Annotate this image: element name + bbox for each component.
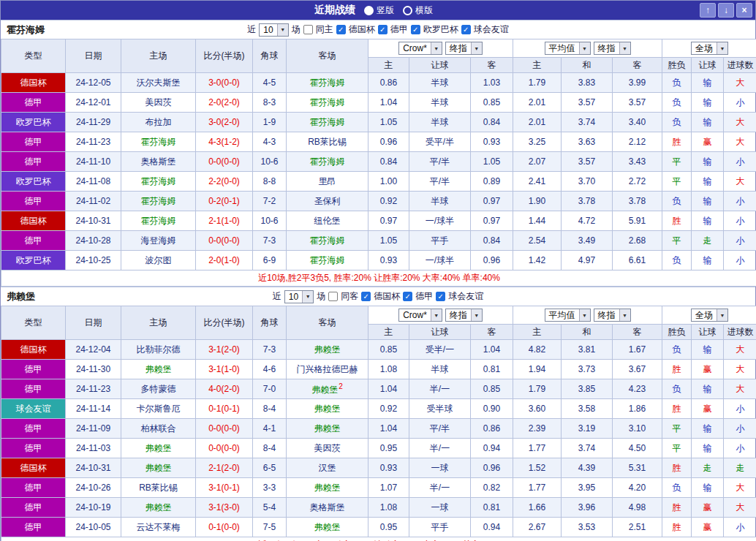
competition-checkbox[interactable]: ✓ — [461, 25, 471, 34]
competition-type-badge: 德甲 — [1, 478, 66, 498]
odds-kind-select[interactable]: 终指▼ — [445, 42, 483, 55]
match-row: 德甲24-10-05云达不莱梅0-1(0-0)7-5弗赖堡0.95平手0.942… — [1, 518, 756, 537]
same-venue-checkbox[interactable] — [328, 292, 338, 301]
average-kind-select[interactable]: 终指▼ — [594, 309, 631, 322]
match-row: 欧罗巴杯24-10-25波尔图2-0(1-0)6-9霍芬海姆0.93一/球半0.… — [1, 251, 756, 270]
result-wdl-cell: 胜 — [662, 518, 692, 537]
avg-away-cell: 4.20 — [613, 478, 662, 498]
handicap-cell: 一球 — [409, 458, 471, 478]
avg-away-cell: 2.68 — [613, 231, 662, 251]
view-option-horizontal[interactable]: 横版 — [403, 4, 433, 17]
home-team-cell: 奥格斯堡 — [121, 152, 196, 172]
scroll-up-button[interactable]: ↑ — [700, 3, 716, 18]
odds-home-cell: 1.05 — [368, 113, 409, 132]
handicap-cell: 半/一 — [409, 478, 471, 498]
avg-draw-cell: 3.96 — [562, 498, 613, 518]
average-kind-select[interactable]: 终指▼ — [594, 42, 631, 55]
result-goals-cell: 小 — [724, 518, 756, 537]
avg-home-cell: 1.42 — [513, 251, 562, 270]
competition-type-badge: 德甲 — [1, 152, 66, 172]
away-team-cell: 霍芬海姆 — [287, 152, 368, 172]
column-subheader: 主 — [513, 58, 562, 73]
scroll-down-button[interactable]: ↓ — [718, 3, 734, 18]
odds-kind-select[interactable]: 终指▼ — [445, 309, 483, 322]
competition-checkbox[interactable]: ✓ — [436, 292, 445, 301]
result-handicap-cell: 输 — [692, 152, 724, 172]
column-header: 角球 — [253, 306, 287, 340]
avg-home-cell: 1.79 — [513, 379, 562, 399]
odds-home-cell: 0.95 — [368, 518, 409, 537]
view-option-vertical[interactable]: 竖版 — [364, 4, 394, 17]
score-cell: 3-1(0-1) — [196, 478, 253, 498]
competition-checkbox[interactable]: ✓ — [378, 25, 388, 34]
column-subheader: 胜负 — [662, 58, 692, 73]
odds-provider-select[interactable]: Crow*▼ — [398, 42, 442, 55]
chevron-down-icon: ▼ — [717, 42, 727, 54]
result-handicap-cell: 赢 — [692, 399, 724, 419]
result-wdl-cell: 负 — [662, 379, 692, 399]
column-header: 比分(半场) — [196, 306, 253, 340]
column-subheader: 让球 — [409, 58, 471, 73]
column-header: 客场 — [287, 306, 368, 340]
result-handicap-cell: 走 — [692, 458, 724, 478]
result-wdl-cell: 胜 — [662, 399, 692, 419]
header-select-cell: 平均值▼终指▼ — [513, 39, 662, 58]
recent-count-select[interactable]: 10▼ — [259, 23, 288, 37]
competition-label: 球会友谊 — [474, 23, 509, 36]
result-handicap-cell: 输 — [692, 192, 724, 211]
result-wdl-cell: 胜 — [662, 458, 692, 478]
away-team-cell: 弗赖堡 — [287, 340, 368, 360]
chevron-down-icon: ▼ — [579, 42, 590, 54]
corner-cell: 1-9 — [253, 113, 287, 132]
result-wdl-cell: 平 — [662, 439, 692, 458]
odds-away-cell: 0.85 — [471, 93, 513, 113]
score-cell: 0-0(0-0) — [196, 152, 253, 172]
same-venue-checkbox[interactable] — [303, 25, 313, 34]
column-header: 角球 — [253, 39, 287, 73]
score-cell: 4-0(2-0) — [196, 379, 253, 399]
competition-checkbox[interactable]: ✓ — [403, 292, 412, 301]
result-handicap-cell: 赢 — [692, 518, 724, 537]
odds-home-cell: 1.07 — [368, 478, 409, 498]
avg-draw-cell: 3.63 — [562, 132, 613, 152]
chevron-down-icon: ▼ — [431, 309, 442, 321]
competition-label: 德甲 — [390, 23, 408, 36]
date-cell: 24-10-26 — [66, 478, 121, 498]
header-select-cell: Crow*▼终指▼ — [368, 306, 513, 325]
competition-type-badge: 德甲 — [1, 192, 66, 211]
away-team-cell: 弗赖堡2 — [287, 379, 368, 399]
avg-away-cell: 1.86 — [613, 399, 662, 419]
result-goals-cell: 小 — [724, 211, 756, 231]
competition-checkbox[interactable]: ✓ — [411, 25, 420, 34]
avg-away-cell: 6.61 — [613, 251, 662, 270]
result-goals-cell: 小 — [724, 439, 756, 458]
average-select[interactable]: 平均值▼ — [545, 42, 591, 55]
handicap-cell: 半/一 — [409, 379, 471, 399]
corner-cell: 6-5 — [253, 458, 287, 478]
radio-selected-icon — [364, 6, 374, 15]
close-button[interactable]: × — [736, 3, 752, 18]
home-team-cell: 霍芬海姆 — [121, 132, 196, 152]
summary-row: 近10场,胜5平2负3, 胜率:50% 让胜率:50% 大率:50% 单率:30… — [1, 537, 756, 541]
score-cell: 2-0(1-0) — [196, 251, 253, 270]
scope-select[interactable]: 全场▼ — [691, 309, 728, 322]
recent-count-select[interactable]: 10▼ — [284, 290, 314, 303]
odds-kind-select-value: 终指 — [446, 42, 471, 55]
odds-home-cell: 1.04 — [368, 379, 409, 399]
average-select[interactable]: 平均值▼ — [545, 309, 591, 322]
competition-checkbox[interactable]: ✓ — [336, 25, 346, 34]
competition-type-badge: 德甲 — [1, 360, 66, 379]
result-wdl-cell: 负 — [662, 340, 692, 360]
scope-select[interactable]: 全场▼ — [691, 42, 728, 55]
score-cell: 3-1(3-0) — [196, 498, 253, 518]
handicap-cell: 受半球 — [409, 399, 471, 419]
competition-checkbox[interactable]: ✓ — [361, 292, 371, 301]
odds-provider-select[interactable]: Crow*▼ — [398, 309, 442, 322]
chevron-down-icon: ▼ — [619, 42, 630, 54]
match-row: 德甲24-11-23霍芬海姆4-3(1-2)4-3RB莱比锡0.96受平/半0.… — [1, 132, 756, 152]
result-goals-cell: 大 — [724, 379, 756, 399]
odds-away-cell: 0.85 — [471, 379, 513, 399]
title-bar: 近期战绩 竖版 横版 ↑ ↓ × — [1, 1, 755, 20]
competition-type-badge: 球会友谊 — [1, 399, 66, 419]
result-wdl-cell: 胜 — [662, 360, 692, 379]
